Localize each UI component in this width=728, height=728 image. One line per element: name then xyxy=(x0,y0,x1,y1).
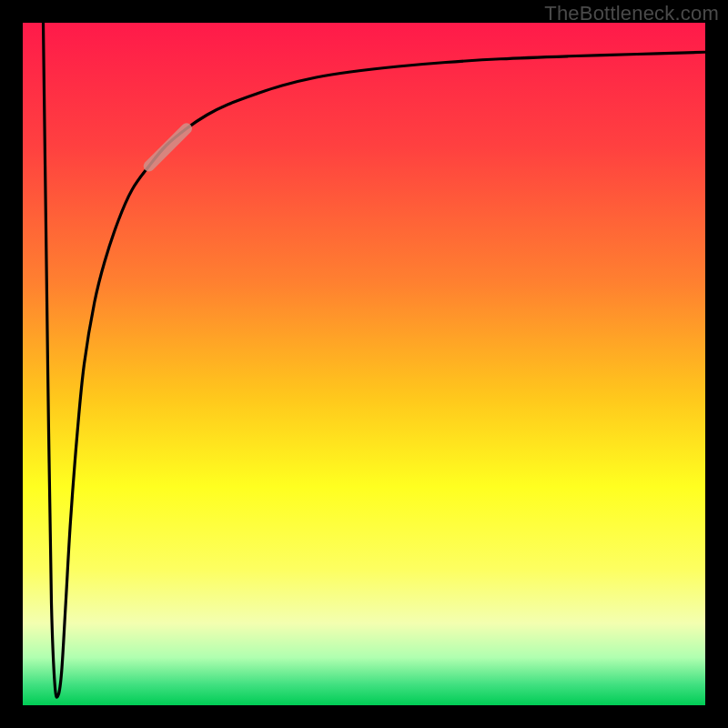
bottleneck-curve xyxy=(44,23,706,697)
highlight-segment xyxy=(149,128,187,166)
chart-frame: TheBottleneck.com xyxy=(0,0,728,728)
curve-layer xyxy=(23,23,705,705)
